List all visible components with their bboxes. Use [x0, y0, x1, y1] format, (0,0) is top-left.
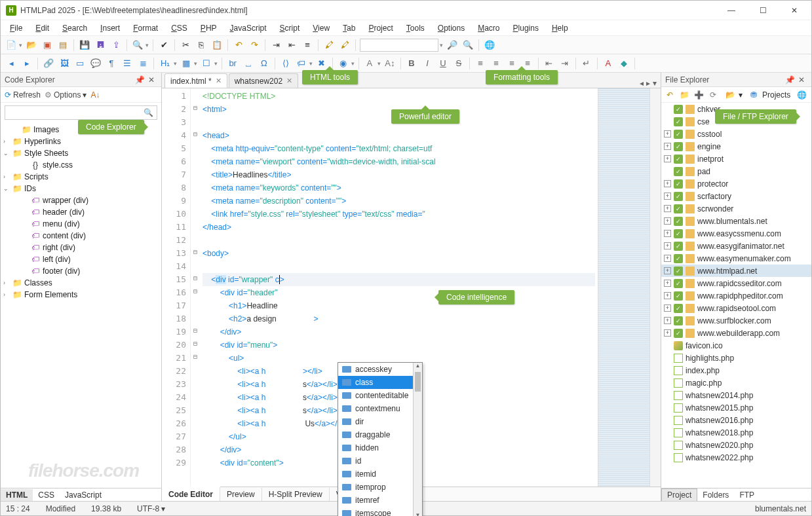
fe-tab-project[interactable]: Project	[661, 488, 697, 501]
autocomplete-item[interactable]: dir	[338, 415, 422, 428]
autocomplete-item[interactable]: itemref	[338, 494, 422, 507]
fe-folder-icon[interactable]: 📂	[724, 89, 736, 101]
font-color-icon[interactable]: A	[602, 57, 615, 70]
bold-icon[interactable]: B	[405, 57, 418, 70]
menu-format[interactable]: Format	[129, 22, 162, 34]
comment-icon[interactable]: 💬	[89, 57, 102, 70]
file-item[interactable]: +✓www.rapidphpeditor.com	[661, 289, 811, 302]
undo-icon[interactable]: ↶	[232, 39, 245, 52]
menu-search[interactable]: Search	[58, 22, 91, 34]
list-ol-icon[interactable]: ≣	[136, 57, 149, 70]
indent-icon[interactable]: ⇥	[269, 39, 282, 52]
file-item[interactable]: index.php	[661, 364, 811, 377]
pin-icon[interactable]: 📌	[784, 75, 796, 84]
panel-close-icon[interactable]: ✕	[145, 75, 157, 84]
highlight-toggle-icon[interactable]: 🖍	[322, 39, 336, 52]
font-icon[interactable]: A	[363, 57, 376, 70]
tree-node[interactable]: 📁Images	[3, 124, 159, 136]
file-item[interactable]: +✓scrwonder	[661, 202, 811, 215]
options-button[interactable]: ⚙ Options ▾	[45, 90, 87, 100]
search-icon[interactable]: 🔍	[144, 108, 153, 117]
bottom-tab[interactable]: Preview	[220, 488, 262, 501]
align-right-icon[interactable]: ≡	[505, 57, 518, 70]
bookmark-prev-icon[interactable]: ◂	[5, 57, 18, 70]
tree-node[interactable]: ›📁Scripts	[3, 171, 159, 183]
file-item[interactable]: whatsnew2018.php	[661, 426, 811, 439]
file-item[interactable]: whatsnew2016.php	[661, 414, 811, 426]
autocomplete-scrollbar[interactable]: ▲▼	[413, 363, 422, 516]
tree-node[interactable]: ›📁Classes	[3, 277, 159, 289]
projects-label[interactable]: Projects	[762, 90, 790, 100]
find-next-icon[interactable]: 🔎	[446, 39, 459, 52]
paragraph-icon[interactable]: ¶	[105, 57, 118, 70]
line-break-icon[interactable]: ↵	[580, 57, 593, 70]
outdent-icon[interactable]: ⇤	[285, 39, 298, 52]
tree-node[interactable]: ›📁Form Elements	[3, 289, 159, 301]
left-tab-html[interactable]: HTML	[1, 489, 33, 501]
align-justify-icon[interactable]: ≡	[521, 57, 534, 70]
file-item[interactable]: whatsnew2015.php	[661, 401, 811, 414]
minimap[interactable]	[598, 88, 650, 487]
file-item[interactable]: +✓www.surfblocker.com	[661, 314, 811, 327]
menu-view[interactable]: View	[309, 22, 334, 34]
cut-icon[interactable]: ✂	[179, 39, 192, 52]
fe-back-icon[interactable]: ↶	[664, 89, 676, 101]
menu-project[interactable]: Project	[364, 22, 396, 34]
menu-tab[interactable]: Tab	[339, 22, 359, 34]
underline-icon[interactable]: U	[436, 57, 450, 70]
nbsp-icon[interactable]: ⎵	[242, 57, 255, 70]
highlight-find-icon[interactable]: 🖍	[338, 39, 351, 52]
save-icon[interactable]: 💾	[78, 39, 91, 52]
find-prev-icon[interactable]: 🔍	[461, 39, 474, 52]
bg-color-icon[interactable]: ◆	[617, 57, 630, 70]
code-explorer-tree[interactable]: 📁Images›📁Hyperlinks⌄📁Style Sheets{}style…	[1, 122, 161, 488]
autocomplete-item[interactable]: draggable	[338, 428, 422, 441]
menu-css[interactable]: CSS	[167, 22, 191, 34]
form-icon[interactable]: ☐	[200, 57, 213, 70]
menu-insert[interactable]: Insert	[96, 22, 124, 34]
format-icon[interactable]: ≡	[301, 39, 314, 52]
quick-find-input[interactable]	[360, 39, 438, 52]
tree-node[interactable]: {}style.css	[3, 159, 159, 171]
tab-menu-icon[interactable]: ▾	[653, 79, 657, 88]
projects-icon[interactable]: ⛃	[748, 89, 760, 101]
tree-node[interactable]: 🏷right (div)	[3, 242, 159, 253]
fe-tab-ftp[interactable]: FTP	[734, 489, 760, 501]
recent-icon[interactable]: ▣	[41, 39, 54, 52]
menu-script[interactable]: Script	[276, 22, 304, 34]
maximize-button[interactable]: ☐	[751, 3, 775, 18]
file-item[interactable]: +✓www.htmlpad.net	[661, 265, 811, 277]
search-icon[interactable]: 🔍	[131, 39, 144, 52]
special-char-icon[interactable]: Ω	[258, 57, 271, 70]
upload-icon[interactable]: ⇪	[109, 39, 123, 52]
new-file-icon[interactable]: 📄	[5, 39, 18, 52]
tree-node[interactable]: 🏷footer (div)	[3, 265, 159, 277]
file-item[interactable]: +✓www.easymenumaker.com	[661, 252, 811, 265]
align-left-icon[interactable]: ≡	[474, 57, 487, 70]
file-item[interactable]: +✓www.rapidcsseditor.com	[661, 277, 811, 289]
indent-right-icon[interactable]: ⇥	[558, 57, 571, 70]
autocomplete-item[interactable]: contenteditable	[338, 389, 422, 402]
vscrollbar[interactable]	[650, 88, 661, 487]
bottom-tab[interactable]: Code Editor	[162, 487, 220, 501]
autocomplete-item[interactable]: hidden	[338, 441, 422, 454]
tag-dropdown-icon[interactable]: 🏷	[295, 57, 308, 70]
bookmark-next-icon[interactable]: ▸	[20, 57, 33, 70]
bottom-tab[interactable]: H-Split Preview	[262, 488, 330, 501]
doc-tab[interactable]: index.html *✕	[164, 73, 227, 88]
heading-dropdown[interactable]: H₁	[158, 57, 172, 70]
tab-next-icon[interactable]: ▸	[646, 79, 650, 88]
menu-file[interactable]: File	[6, 22, 26, 34]
fe-refresh-icon[interactable]: ⟳	[707, 89, 719, 101]
file-item[interactable]: highlights.php	[661, 352, 811, 364]
fe-open-icon[interactable]: 📁	[678, 89, 690, 101]
paste-icon[interactable]: 📋	[210, 39, 223, 52]
tab-close-icon[interactable]: ✕	[286, 77, 292, 85]
refresh-button[interactable]: ⟳ Refresh	[5, 90, 41, 100]
surround-icon[interactable]: ⟨⟩	[279, 57, 292, 70]
fe-globe-icon[interactable]: 🌐	[796, 89, 807, 101]
menu-plugins[interactable]: Plugins	[509, 22, 543, 34]
autocomplete-item[interactable]: itemscope	[338, 507, 422, 516]
br-icon[interactable]: br	[226, 57, 239, 70]
open-file-icon[interactable]: 📂	[25, 39, 38, 52]
